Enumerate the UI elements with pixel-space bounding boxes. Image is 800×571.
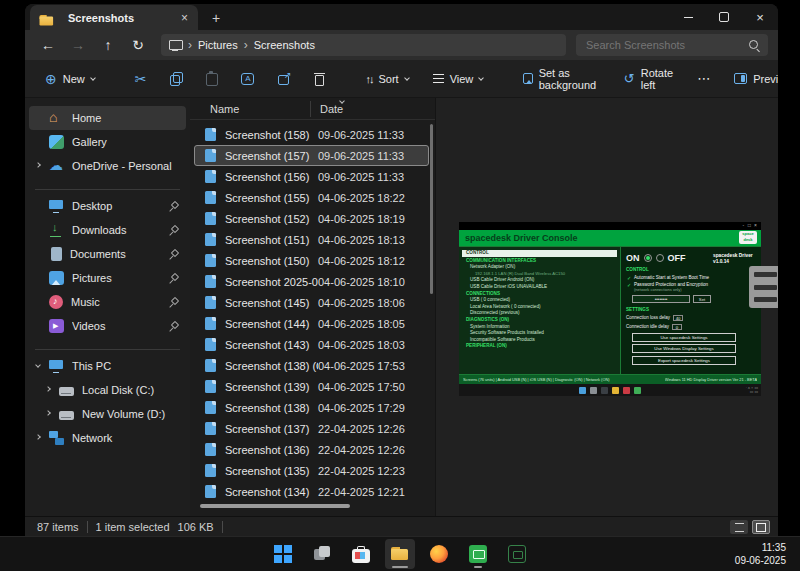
paste-button[interactable] (198, 67, 225, 90)
console-tree-item: Local Area Network ( 0 connected) (462, 304, 617, 311)
more-options-button[interactable]: ⋯ (689, 67, 718, 90)
column-header-name[interactable]: Name (190, 103, 310, 115)
search-input[interactable] (584, 38, 748, 52)
sidebar-item[interactable]: Network (29, 426, 186, 450)
console-set-button: Set (693, 295, 711, 303)
file-row[interactable]: Screenshot (155) 04-06-2025 18:22 (194, 187, 429, 208)
file-row[interactable]: Screenshot (150) 04-06-2025 18:12 (194, 250, 429, 271)
set-as-background-button[interactable]: Set as background (515, 62, 607, 96)
preview-toggle-button[interactable]: Preview (726, 68, 778, 90)
file-row[interactable]: Screenshot 2025-06... 04-06-2025 18:10 (194, 271, 429, 292)
sidebar-item[interactable]: Home (29, 106, 186, 130)
file-row[interactable]: Screenshot (157) 09-06-2025 11:33 (194, 145, 429, 166)
file-icon (205, 359, 216, 372)
navigation-sidebar: Home Gallery OneDrive - Personal (25, 98, 190, 516)
rotate-left-button[interactable]: ↺ Rotate left (616, 62, 681, 96)
console-button: Use spacedesk Settings (632, 333, 736, 342)
sidebar-item[interactable]: OneDrive - Personal (29, 154, 186, 178)
file-row[interactable]: Screenshot (158) 09-06-2025 11:33 (194, 124, 429, 145)
status-bar: 87 items 1 item selected 106 KB (25, 516, 778, 536)
chevron-icon[interactable] (35, 362, 41, 368)
file-row[interactable]: Screenshot (138) (C... 04-06-2025 17:53 (194, 355, 429, 376)
taskbar-icon[interactable] (502, 539, 532, 569)
copy-button[interactable] (162, 67, 190, 90)
file-row[interactable]: Screenshot (136) 22-04-2025 12:26 (194, 439, 429, 460)
taskbar-icon[interactable] (268, 539, 298, 569)
breadcrumb-pictures[interactable]: Pictures (198, 39, 238, 51)
file-row[interactable]: Screenshot (134) 22-04-2025 12:21 (194, 481, 429, 502)
sidebar-item[interactable]: Pictures (29, 266, 186, 290)
console-password-field: •••••••• (632, 295, 690, 303)
taskbar-icon[interactable] (346, 539, 376, 569)
close-button[interactable]: × (742, 4, 778, 30)
new-label: New (63, 73, 85, 85)
delete-button[interactable] (306, 67, 333, 90)
forward-icon[interactable]: → (65, 34, 91, 56)
column-header-date[interactable]: Date (310, 103, 343, 115)
chevron-icon[interactable] (45, 386, 51, 392)
chevron-icon[interactable] (35, 162, 41, 168)
vertical-scrollbar[interactable] (430, 124, 433, 294)
minimize-button[interactable] (670, 4, 706, 30)
console-status-left: Screens (76 units) | Android USB (N) | i… (463, 377, 610, 382)
file-row[interactable]: Screenshot (156) 09-06-2025 11:33 (194, 166, 429, 187)
onedrive-icon (49, 159, 64, 173)
file-row[interactable]: Screenshot (135) 22-04-2025 12:23 (194, 460, 429, 481)
file-row[interactable]: Screenshot (138) 04-06-2025 17:29 (194, 397, 429, 418)
sidebar-item[interactable]: Desktop (29, 194, 186, 218)
file-row[interactable]: Screenshot (144) 04-06-2025 18:05 (194, 313, 429, 334)
search-icon[interactable] (748, 39, 760, 51)
sidebar-item[interactable] (35, 338, 180, 350)
file-icon (205, 464, 216, 477)
sort-button[interactable]: ↑↓ Sort (357, 68, 416, 90)
thumbnail-view-button[interactable] (752, 520, 770, 534)
up-icon[interactable]: ↑ (95, 34, 121, 56)
console-delay-row: Connection idle delay 0 (626, 324, 756, 331)
details-view-button[interactable] (730, 520, 748, 534)
file-row[interactable]: Screenshot (143) 04-06-2025 18:03 (194, 334, 429, 355)
sort-label: Sort (378, 73, 398, 85)
rename-button[interactable]: A (233, 68, 262, 90)
sidebar-item[interactable]: Gallery (29, 130, 186, 154)
file-row[interactable]: Screenshot (137) 22-04-2025 12:26 (194, 418, 429, 439)
pictures-icon (49, 271, 64, 285)
file-row[interactable]: Screenshot (152) 04-06-2025 18:19 (194, 208, 429, 229)
breadcrumb-screenshots[interactable]: Screenshots (254, 39, 315, 51)
pin-icon (169, 298, 178, 307)
sidebar-item[interactable] (35, 178, 180, 190)
taskbar-icon[interactable] (307, 539, 337, 569)
sidebar-item[interactable]: This PC (29, 354, 186, 378)
share-button[interactable] (270, 68, 298, 90)
sidebar-item[interactable]: Documents (29, 242, 186, 266)
back-icon[interactable]: ← (35, 34, 61, 56)
sidebar-item[interactable]: Music (29, 290, 186, 314)
view-button[interactable]: View (425, 68, 492, 90)
tab-screenshots[interactable]: Screenshots × (30, 5, 198, 30)
search-box[interactable] (576, 34, 768, 56)
new-button[interactable]: ⊕ New (37, 67, 103, 91)
hamburger-menu-overlay[interactable] (749, 266, 778, 308)
taskbar-icon[interactable] (385, 539, 415, 569)
file-row[interactable]: Screenshot (139) 04-06-2025 17:50 (194, 376, 429, 397)
taskbar-clock[interactable]: 11:35 09-06-2025 (735, 541, 786, 567)
firefox-icon (430, 545, 448, 563)
file-row[interactable]: Screenshot (151) 04-06-2025 18:13 (194, 229, 429, 250)
sidebar-item[interactable]: Videos (29, 314, 186, 338)
tab-close-icon[interactable]: × (179, 12, 190, 24)
breadcrumb[interactable]: › Pictures › Screenshots (161, 34, 566, 56)
sidebar-item[interactable]: New Volume (D:) (29, 402, 186, 426)
horizontal-scrollbar[interactable] (200, 504, 350, 508)
mini-taskbar-icon (612, 387, 619, 394)
chevron-icon[interactable] (45, 410, 51, 416)
file-row[interactable]: Screenshot (145) 04-06-2025 18:06 (194, 292, 429, 313)
taskbar-icon[interactable] (463, 539, 493, 569)
refresh-icon[interactable]: ↻ (125, 34, 151, 56)
cut-button[interactable]: ✂ (127, 67, 155, 91)
new-tab-button[interactable]: + (212, 10, 220, 26)
chevron-icon[interactable] (35, 434, 41, 440)
maximize-button[interactable] (706, 4, 742, 30)
taskbar-icon[interactable] (424, 539, 454, 569)
sidebar-item[interactable]: Local Disk (C:) (29, 378, 186, 402)
sidebar-item[interactable]: Downloads (29, 218, 186, 242)
view-label: View (450, 73, 474, 85)
